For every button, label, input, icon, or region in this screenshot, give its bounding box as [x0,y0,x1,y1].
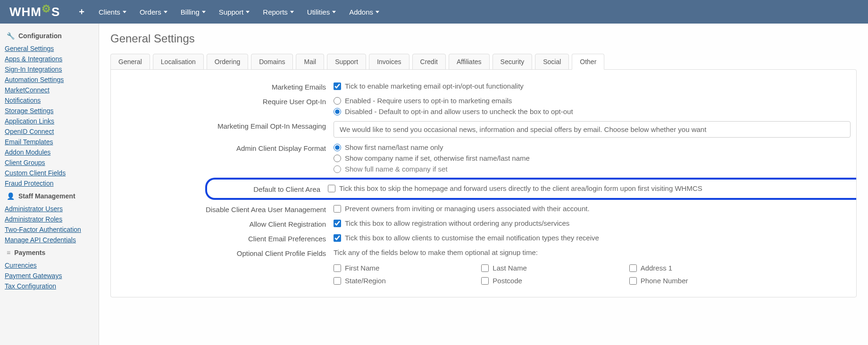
sidebar-link-currencies[interactable]: Currencies [0,260,99,271]
checkbox-allow-registration[interactable] [334,220,341,227]
sidebar-section-staff-management: 👤Staff Management [0,189,99,204]
nav-item-addons[interactable]: Addons [349,8,379,16]
sidebar-section-payments: ≡Payments [0,245,99,260]
label-email-prefs: Client Email Preferences [117,234,334,243]
tab-domains[interactable]: Domains [251,54,293,70]
logo-text-suffix: S [51,5,60,19]
label-field-last-name: Last Name [492,264,527,272]
sidebar-link-administrator-roles[interactable]: Administrator Roles [0,214,99,224]
radio-admin-display-3[interactable] [334,165,341,173]
text-admin-display-2: Show company name if set, otherwise firs… [345,154,530,162]
sidebar-link-manage-api-credentials[interactable]: Manage API Credentials [0,235,99,245]
tab-other[interactable]: Other [572,54,604,70]
tab-invoices[interactable]: Invoices [369,54,409,70]
tab-localisation[interactable]: Localisation [153,54,204,70]
label-disable-user-mgmt: Disable Client Area User Management [117,205,334,214]
page-title: General Settings [110,32,857,45]
label-default-client-area: Default to Client Area [211,184,328,193]
nav-menu: ClientsOrdersBillingSupportReportsUtilit… [99,8,379,16]
nav-item-support[interactable]: Support [219,8,250,16]
checkbox-field-state-region[interactable] [334,277,341,285]
checkbox-field-phone-number[interactable] [629,277,637,285]
tab-social[interactable]: Social [535,54,569,70]
checkbox-field-address-1[interactable] [629,264,637,272]
user-icon: 👤 [7,192,15,200]
wrench-icon: 🔧 [7,32,15,40]
caret-down-icon [123,11,126,13]
tab-general[interactable]: General [110,54,150,70]
sidebar-link-apps-integrations[interactable]: Apps & Integrations [0,54,99,64]
checkbox-email-prefs[interactable] [334,234,341,242]
nav-item-orders[interactable]: Orders [140,8,167,16]
tab-panel-other: Marketing Emails Tick to enable marketin… [110,69,857,297]
sidebar-link-client-groups[interactable]: Client Groups [0,157,99,168]
tab-mail[interactable]: Mail [296,54,324,70]
sidebar: 🔧ConfigurationGeneral SettingsApps & Int… [0,24,99,345]
nav-item-billing[interactable]: Billing [181,8,206,16]
checkbox-marketing-emails[interactable] [334,82,341,90]
label-field-phone-number: Phone Number [641,277,688,285]
sidebar-link-marketconnect[interactable]: MarketConnect [0,85,99,95]
checkbox-field-last-name[interactable] [481,264,489,272]
caret-down-icon [332,11,336,13]
sidebar-link-notifications[interactable]: Notifications [0,95,99,106]
checkbox-field-postcode[interactable] [481,277,489,285]
sidebar-link-automation-settings[interactable]: Automation Settings [0,74,99,85]
sidebar-link-two-factor-authentication[interactable]: Two-Factor Authentication [0,224,99,235]
radio-opt-in-enabled[interactable] [334,97,341,105]
label-require-opt-in: Require User Opt-In [117,97,334,106]
label-optional-fields: Optional Client Profile Fields [117,248,334,257]
input-opt-in-messaging[interactable] [334,121,851,138]
nav-item-clients[interactable]: Clients [99,8,126,16]
sidebar-link-general-settings[interactable]: General Settings [0,43,99,54]
label-marketing-emails: Marketing Emails [117,82,334,91]
text-default-client-area: Tick this box to skip the homepage and f… [339,184,702,192]
text-opt-in-disabled: Disabled - Default to opt-in and allow u… [345,107,573,115]
plus-icon[interactable]: + [79,7,84,17]
checkbox-field-first-name[interactable] [334,264,341,272]
sidebar-link-fraud-protection[interactable]: Fraud Protection [0,178,99,189]
checkbox-default-client-area[interactable] [328,185,335,192]
logo: WHM⚙S [9,5,60,19]
sidebar-link-payment-gateways[interactable]: Payment Gateways [0,271,99,281]
text-disable-user-mgmt: Prevent owners from inviting or managing… [345,205,590,213]
label-admin-display: Admin Client Display Format [117,143,334,152]
radio-opt-in-disabled[interactable] [334,108,341,115]
caret-down-icon [164,11,167,13]
tab-credit[interactable]: Credit [412,54,446,70]
radio-admin-display-2[interactable] [334,155,341,162]
tab-security[interactable]: Security [492,54,533,70]
sidebar-link-email-templates[interactable]: Email Templates [0,137,99,147]
tab-support[interactable]: Support [327,54,366,70]
text-allow-registration: Tick this box to allow registration with… [345,219,569,227]
optional-fields-grid: First NameLast NameAddress 1State/Region… [334,264,758,285]
highlight-default-client-area: Default to Client Area Tick this box to … [205,178,856,200]
tab-ordering[interactable]: Ordering [207,54,248,70]
tab-affiliates[interactable]: Affiliates [449,54,490,70]
nav-item-utilities[interactable]: Utilities [307,8,336,16]
sidebar-link-administrator-users[interactable]: Administrator Users [0,204,99,214]
radio-admin-display-1[interactable] [334,144,341,151]
text-marketing-emails: Tick to enable marketing email opt-in/op… [345,82,524,90]
sidebar-link-custom-client-fields[interactable]: Custom Client Fields [0,168,99,178]
nav-item-reports[interactable]: Reports [263,8,294,16]
main-content: General Settings GeneralLocalisationOrde… [99,24,868,345]
text-email-prefs: Tick this box to allow clients to custom… [345,234,599,242]
text-admin-display-3: Show full name & company if set [345,165,448,173]
tab-bar: GeneralLocalisationOrderingDomainsMailSu… [110,54,857,70]
label-field-state-region: State/Region [345,277,386,285]
gear-icon: ⚙ [42,3,51,15]
label-field-postcode: Postcode [492,277,522,285]
caret-down-icon [246,11,250,13]
sidebar-link-addon-modules[interactable]: Addon Modules [0,147,99,157]
checkbox-disable-user-mgmt[interactable] [334,205,341,213]
sidebar-link-application-links[interactable]: Application Links [0,116,99,126]
sidebar-link-tax-configuration[interactable]: Tax Configuration [0,281,99,291]
text-optional-fields-intro: Tick any of the fields below to make the… [334,248,851,256]
sidebar-link-storage-settings[interactable]: Storage Settings [0,106,99,116]
bars-icon: ≡ [7,249,10,256]
top-navbar: WHM⚙S + ClientsOrdersBillingSupportRepor… [0,0,868,24]
text-admin-display-1: Show first name/last name only [345,143,443,151]
sidebar-link-sign-in-integrations[interactable]: Sign-In Integrations [0,64,99,74]
sidebar-link-openid-connect[interactable]: OpenID Connect [0,126,99,137]
